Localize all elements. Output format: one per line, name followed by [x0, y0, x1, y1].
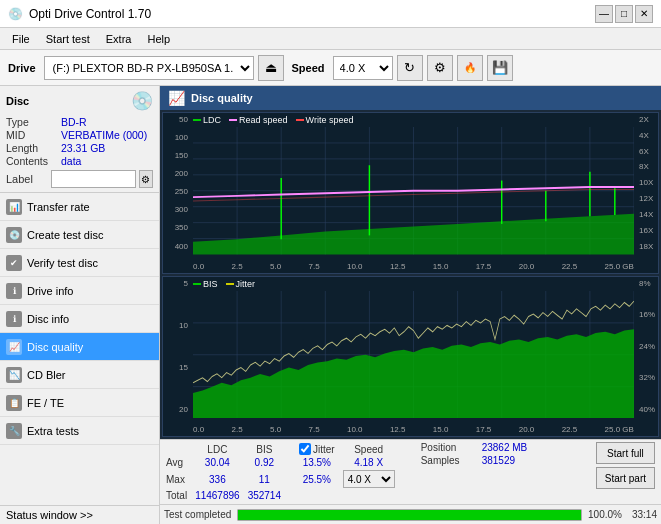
- disc-contents-value: data: [61, 155, 81, 167]
- disc-icon: 💿: [131, 90, 153, 112]
- cd-bler-icon: 📉: [6, 367, 22, 383]
- extra-tests-icon: 🔧: [6, 423, 22, 439]
- chart1-legend: LDC Read speed Write speed: [193, 115, 353, 125]
- disc-quality-icon: 📈: [6, 339, 22, 355]
- avg-ldc: 30.04: [195, 456, 248, 469]
- write-speed-legend-item: Write speed: [296, 115, 354, 125]
- chart2-svg: [193, 291, 634, 419]
- sidebar-item-transfer-rate[interactable]: 📊 Transfer rate: [0, 193, 159, 221]
- maximize-button[interactable]: □: [615, 5, 633, 23]
- jitter-legend-label: Jitter: [236, 279, 256, 289]
- stats-bar: LDC BIS Jitter Speed Avg 30.04 0.92: [160, 439, 661, 504]
- bis-col-header: BIS: [248, 442, 289, 456]
- sidebar-item-cd-bler[interactable]: 📉 CD Bler: [0, 361, 159, 389]
- chart2-y-right: 40%32%24%16%8%: [636, 277, 658, 417]
- eject-button[interactable]: ⏏: [258, 55, 284, 81]
- disc-mid-row: MID VERBATIMe (000): [6, 129, 153, 141]
- burn-button[interactable]: 🔥: [457, 55, 483, 81]
- sidebar-item-disc-info-label: Disc info: [27, 313, 69, 325]
- max-label: Max: [166, 469, 195, 489]
- total-label: Total: [166, 489, 195, 502]
- sidebar-item-create-test-disc[interactable]: 💿 Create test disc: [0, 221, 159, 249]
- max-jitter: 25.5%: [299, 469, 343, 489]
- sidebar-item-verify-test-disc-label: Verify test disc: [27, 257, 98, 269]
- speed-dropdown[interactable]: 4.0 X: [343, 470, 395, 488]
- chart1-y-right: 18X16X14X12X10X8X6X4X2X: [636, 113, 658, 253]
- sidebar-item-disc-quality[interactable]: 📈 Disc quality: [0, 333, 159, 361]
- disc-info-panel: Disc 💿 Type BD-R MID VERBATIMe (000) Len…: [0, 86, 159, 193]
- create-test-disc-icon: 💿: [6, 227, 22, 243]
- read-speed-legend-item: Read speed: [229, 115, 288, 125]
- main-layout: Disc 💿 Type BD-R MID VERBATIMe (000) Len…: [0, 86, 661, 524]
- chart1-x-axis: 0.02.55.07.510.012.515.017.520.022.525.0…: [193, 262, 634, 271]
- disc-info-icon: ℹ: [6, 311, 22, 327]
- speed-select[interactable]: 4.0 X: [333, 56, 393, 80]
- total-ldc: 11467896: [195, 489, 248, 502]
- drive-label: Drive: [4, 62, 40, 74]
- disc-mid-label: MID: [6, 129, 61, 141]
- chart1-y-left: 40035030025020015010050: [163, 113, 191, 253]
- progress-fill: [238, 510, 581, 520]
- sidebar-item-disc-info[interactable]: ℹ Disc info: [0, 305, 159, 333]
- progress-percent: 100.0%: [588, 509, 622, 520]
- speed-label: Speed: [288, 62, 329, 74]
- sidebar-item-fe-te[interactable]: 📋 FE / TE: [0, 389, 159, 417]
- sidebar: Disc 💿 Type BD-R MID VERBATIMe (000) Len…: [0, 86, 160, 524]
- sidebar-item-extra-tests[interactable]: 🔧 Extra tests: [0, 417, 159, 445]
- stats-right-panel: Position 23862 MB Samples 381529: [421, 442, 528, 466]
- chart1-area: [193, 127, 634, 255]
- start-full-button[interactable]: Start full: [596, 442, 655, 464]
- drive-info-icon: ℹ: [6, 283, 22, 299]
- ldc-col-header: LDC: [195, 442, 248, 456]
- sidebar-item-fe-te-label: FE / TE: [27, 397, 64, 409]
- jitter-checkbox[interactable]: [299, 443, 311, 455]
- menubar: File Start test Extra Help: [0, 28, 661, 50]
- bis-legend-label: BIS: [203, 279, 218, 289]
- disc-contents-row: Contents data: [6, 155, 153, 167]
- sidebar-item-disc-quality-label: Disc quality: [27, 341, 83, 353]
- settings-button[interactable]: ⚙: [427, 55, 453, 81]
- bis-legend-item: BIS: [193, 279, 218, 289]
- avg-bis: 0.92: [248, 456, 289, 469]
- status-window-button[interactable]: Status window >>: [0, 505, 159, 524]
- menu-file[interactable]: File: [4, 31, 38, 47]
- chart2-area: [193, 291, 634, 419]
- menu-help[interactable]: Help: [139, 31, 178, 47]
- speed-col-header: Speed: [343, 442, 403, 456]
- titlebar: 💿 Opti Drive Control 1.70 — □ ✕: [0, 0, 661, 28]
- titlebar-left: 💿 Opti Drive Control 1.70: [8, 7, 151, 21]
- jitter-speed-value: 4.18 X: [343, 456, 403, 469]
- titlebar-controls: — □ ✕: [595, 5, 653, 23]
- minimize-button[interactable]: —: [595, 5, 613, 23]
- chart1-svg: [193, 127, 634, 255]
- sidebar-item-cd-bler-label: CD Bler: [27, 369, 66, 381]
- write-speed-legend-label: Write speed: [306, 115, 354, 125]
- start-part-button[interactable]: Start part: [596, 467, 655, 489]
- ldc-legend-label: LDC: [203, 115, 221, 125]
- menu-extra[interactable]: Extra: [98, 31, 140, 47]
- menu-starttest[interactable]: Start test: [38, 31, 98, 47]
- sidebar-item-drive-info[interactable]: ℹ Drive info: [0, 277, 159, 305]
- fe-te-icon: 📋: [6, 395, 22, 411]
- sidebar-item-extra-tests-label: Extra tests: [27, 425, 79, 437]
- disc-length-row: Length 23.31 GB: [6, 142, 153, 154]
- sidebar-item-verify-test-disc[interactable]: ✔ Verify test disc: [0, 249, 159, 277]
- max-bis: 11: [248, 469, 289, 489]
- stats-table: LDC BIS Jitter Speed Avg 30.04 0.92: [166, 442, 403, 502]
- disc-label-input[interactable]: [51, 170, 136, 188]
- save-button[interactable]: 💾: [487, 55, 513, 81]
- disc-quality-header-icon: 📈: [168, 90, 185, 106]
- drive-select[interactable]: (F:) PLEXTOR BD-R PX-LB950SA 1.06: [44, 56, 254, 80]
- close-button[interactable]: ✕: [635, 5, 653, 23]
- disc-type-label: Type: [6, 116, 61, 128]
- status-text: Test completed: [164, 509, 231, 520]
- content-title: Disc quality: [191, 92, 253, 104]
- samples-value: 381529: [482, 455, 515, 466]
- disc-label-button[interactable]: ⚙: [139, 170, 153, 188]
- position-label: Position: [421, 442, 476, 453]
- refresh-button[interactable]: ↻: [397, 55, 423, 81]
- ldc-chart: LDC Read speed Write speed 4003503002502…: [162, 112, 659, 274]
- charts-area: LDC Read speed Write speed 4003503002502…: [160, 110, 661, 439]
- progress-track: [237, 509, 582, 521]
- samples-label: Samples: [421, 455, 476, 466]
